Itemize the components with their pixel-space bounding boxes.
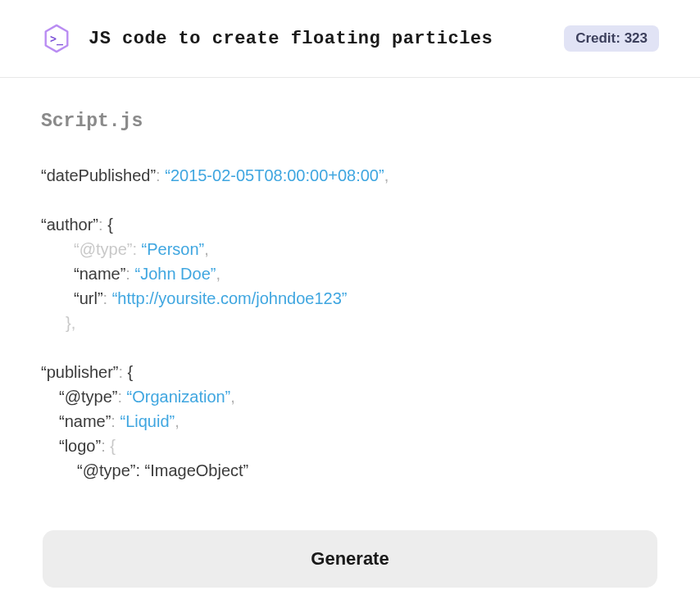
code-line: “name”: “Liquid”, [41,409,659,434]
code-line: }, [41,311,659,335]
code-line: “author”: { [41,212,659,237]
code-line: “publisher”: { [41,360,659,384]
credit-badge: Credit: 323 [564,25,659,52]
svg-text:>_: >_ [50,33,63,46]
page-title: JS code to create floating particles [89,29,493,49]
header-bar: >_ JS code to create floating particles … [0,0,700,78]
content-area: Script.js “datePublished”: “2015-02-05T0… [0,78,700,604]
code-line: “datePublished”: “2015-02-05T08:00:00+08… [41,163,659,188]
generate-button[interactable]: Generate [43,530,657,588]
app-logo-icon: >_ [41,23,72,54]
code-line: “@type”: “Organization”, [41,384,659,409]
code-line: “name”: “John Doe”, [41,261,659,286]
code-line: “url”: “http://yoursite.com/johndoe123” [41,286,659,311]
filename-label: Script.js [41,111,659,132]
code-line: “@type”: “Person”, [41,237,659,261]
code-line: “logo”: { [41,434,659,458]
code-block: “datePublished”: “2015-02-05T08:00:00+08… [41,163,659,483]
code-line: “@type”: “ImageObject” [41,458,659,483]
header-left: >_ JS code to create floating particles [41,23,493,54]
